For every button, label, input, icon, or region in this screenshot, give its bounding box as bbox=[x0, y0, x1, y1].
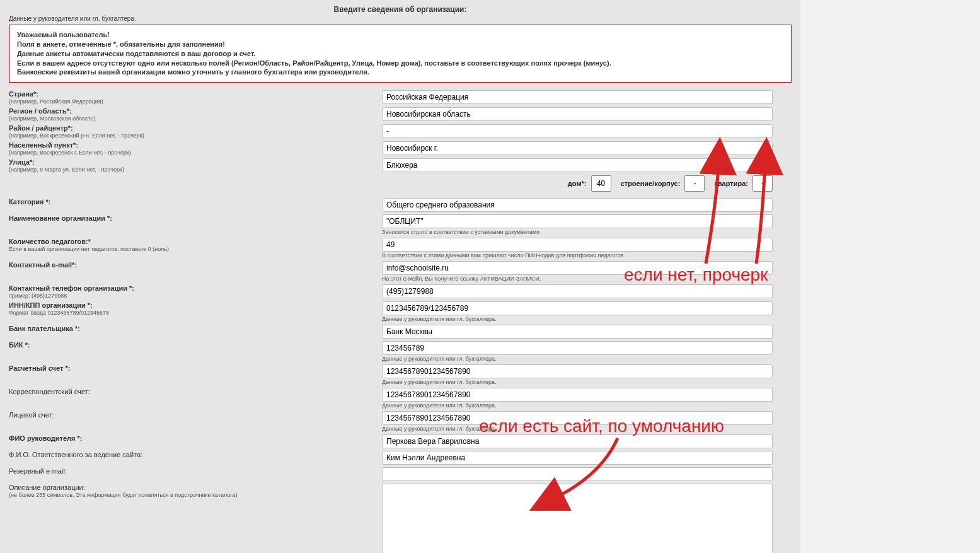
district-input[interactable] bbox=[382, 124, 773, 138]
label-category: Категория *: bbox=[9, 198, 51, 206]
ks-under: Данные у руководителя или гл. бухгалтера… bbox=[382, 402, 792, 409]
label-street: Улица*: bbox=[9, 158, 35, 166]
hint-description: (не более 255 символов. Эта информация б… bbox=[9, 492, 374, 498]
responsible-input[interactable] bbox=[382, 451, 773, 465]
info-line: Уважаемый пользователь! bbox=[17, 30, 783, 40]
inn-input[interactable] bbox=[382, 301, 773, 315]
label-ls: Лицевой счет: bbox=[9, 411, 54, 419]
hint-district: (например, Воскресенский р-н. Если нет, … bbox=[9, 132, 374, 139]
bik-under: Данные у руководителя или гл. бухгалтера… bbox=[382, 356, 792, 362]
label-phone: Контактный телефон организации *: bbox=[9, 284, 134, 292]
bik-input[interactable] bbox=[382, 341, 773, 355]
category-input[interactable] bbox=[382, 198, 773, 212]
ls-input[interactable] bbox=[382, 411, 773, 425]
label-building: строение/корпус: bbox=[621, 180, 681, 187]
teachers-under: В соответствии с этими данными вам пришл… bbox=[382, 252, 792, 259]
inn-under: Данные у руководителя или гл. бухгалтера… bbox=[382, 316, 792, 322]
info-line: Если в вашем адресе отсутствуют одно или… bbox=[17, 59, 783, 68]
label-rs: Расчетный счет *: bbox=[9, 364, 70, 372]
country-input[interactable] bbox=[382, 90, 773, 104]
label-email: Контактный e-mail*: bbox=[9, 261, 77, 269]
label-ks: Корреспондентский счет: bbox=[9, 388, 90, 395]
orgname-input[interactable] bbox=[382, 214, 773, 228]
top-hint: Данные у руководителя или гл. бухгалтера… bbox=[9, 15, 795, 22]
label-bik: БИК *: bbox=[9, 341, 30, 349]
ks-input[interactable] bbox=[382, 388, 773, 402]
label-orgname: Наименование организации *: bbox=[9, 214, 112, 222]
info-line: Данные анкеты автоматически подставляютс… bbox=[17, 49, 783, 59]
description-input[interactable] bbox=[382, 484, 773, 553]
label-inn: ИНН/КПП организации *: bbox=[9, 301, 93, 309]
hint-inn: Формат ввода 0123456789/012345678 bbox=[9, 310, 374, 316]
director-input[interactable] bbox=[382, 434, 773, 448]
house-input[interactable] bbox=[591, 175, 611, 192]
ls-under: Данные у руководителя или гл. бухгалтера… bbox=[382, 426, 792, 432]
label-reserve-email: Резервный e-mail: bbox=[9, 467, 67, 475]
org-form: Страна*: (например, Российская Федерация… bbox=[5, 89, 795, 553]
city-input[interactable] bbox=[382, 141, 773, 155]
hint-country: (например, Российская Федерация) bbox=[9, 98, 374, 105]
label-bank: Банк плательщика *: bbox=[9, 325, 80, 332]
label-teachers: Количество педагогов:* bbox=[9, 238, 91, 245]
teachers-input[interactable] bbox=[382, 238, 773, 252]
orgname-under: Заносится строго в соответствии с уставн… bbox=[382, 229, 792, 235]
email-under: На этот е-мейл, Вы получите ссылку АКТИВ… bbox=[382, 276, 792, 282]
phone-input[interactable] bbox=[382, 284, 773, 298]
info-line: Поля в анкете, отмеченные *, обязательны… bbox=[17, 40, 783, 49]
label-house: дом*: bbox=[568, 180, 587, 187]
email-input[interactable] bbox=[382, 261, 773, 275]
hint-street: (например, 8 Марта ул. Если нет, - проче… bbox=[9, 166, 374, 173]
label-district: Район / райцентр*: bbox=[9, 124, 73, 132]
hint-teachers: Если в вашей организации нет педагогов, … bbox=[9, 246, 374, 252]
info-line: Банковские реквизиты вашей организации м… bbox=[17, 67, 783, 77]
label-city: Населенный пункт*: bbox=[9, 141, 78, 149]
street-input[interactable] bbox=[382, 158, 773, 172]
label-apt: квартира: bbox=[714, 180, 747, 187]
hint-phone: пример: (495)1279988 bbox=[9, 293, 374, 299]
region-input[interactable] bbox=[382, 107, 773, 121]
label-region: Регион / область*: bbox=[9, 107, 72, 115]
reserve-email-input[interactable] bbox=[382, 467, 773, 481]
label-director: ФИО руководителя *: bbox=[9, 434, 83, 442]
apt-input[interactable] bbox=[752, 175, 773, 192]
hint-region: (например, Московская область) bbox=[9, 115, 374, 122]
rs-input[interactable] bbox=[382, 364, 773, 378]
label-description: Описание организации: bbox=[9, 484, 85, 491]
info-box: Уважаемый пользователь! Поля в анкете, о… bbox=[9, 25, 792, 83]
label-country: Страна*: bbox=[9, 90, 38, 98]
rs-under: Данные у руководителя или гл. бухгалтера… bbox=[382, 379, 792, 385]
bank-input[interactable] bbox=[382, 325, 773, 339]
building-input[interactable] bbox=[684, 175, 705, 192]
label-responsible: Ф.И.О. Ответственного за ведение сайта: bbox=[9, 451, 142, 458]
hint-city: (например, Воскресенск г. Если нет, - пр… bbox=[9, 149, 374, 156]
page-title: Введите сведения об организации: bbox=[5, 5, 795, 14]
